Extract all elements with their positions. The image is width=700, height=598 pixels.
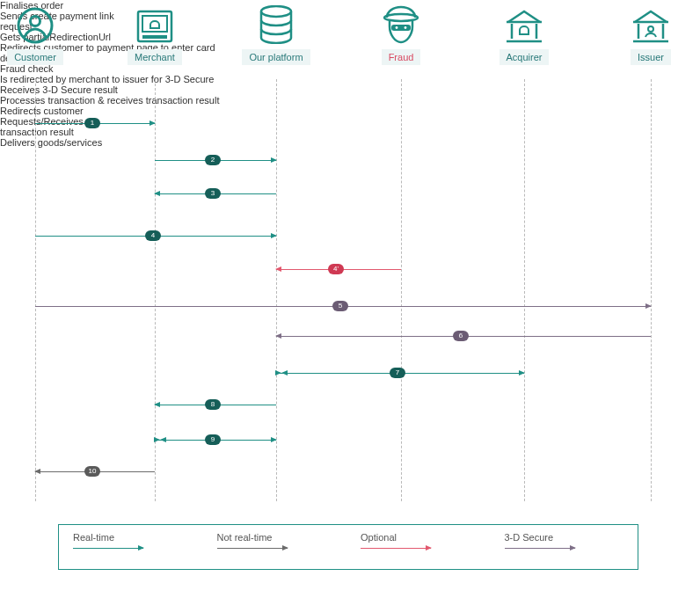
svg-point-6 — [384, 14, 418, 21]
step-number: 3 — [205, 188, 221, 199]
step-label: Processes transaction & receives transac… — [0, 95, 248, 106]
svg-point-18 — [648, 26, 653, 32]
lifeline-customer — [35, 79, 36, 501]
arrow: 10 — [35, 471, 155, 472]
actor-issuer: Issuer — [616, 0, 686, 65]
step-label: Redirects customer — [0, 106, 121, 116]
step-number: 1 — [84, 118, 100, 128]
svg-rect-3 — [142, 16, 167, 32]
arrow — [361, 548, 431, 549]
actor-acquirer: Acquirer — [489, 0, 559, 65]
step-number: 4 — [145, 230, 161, 241]
svg-rect-7 — [391, 25, 411, 31]
arrow: 4 — [35, 236, 276, 237]
arrow — [505, 548, 575, 549]
actor-label: Issuer — [631, 49, 671, 65]
arrow: 8 — [155, 405, 276, 405]
actor-label: Fraud — [382, 49, 421, 65]
legend-label: Real-time — [73, 532, 193, 543]
legend-label: 3-D Secure — [505, 532, 624, 543]
storefront-icon — [120, 0, 190, 44]
arrow — [217, 548, 288, 549]
step-number: 5 — [332, 301, 348, 311]
arrow: 5 — [35, 306, 651, 307]
step-number: 8 — [205, 399, 221, 410]
legend-item: Not real-time — [217, 532, 337, 562]
svg-point-1 — [31, 17, 40, 26]
arrow: 7 — [276, 373, 524, 374]
step-number: 10 — [84, 466, 100, 477]
arrow: 4' — [276, 269, 401, 270]
step-label: Delivers goods/services — [0, 137, 120, 148]
arrow — [73, 548, 143, 549]
step-number: 2 — [205, 155, 221, 165]
legend-item: 3-D Secure — [505, 532, 624, 562]
actor-fraud: Fraud — [366, 0, 436, 65]
step-number: 6 — [453, 331, 469, 341]
svg-point-9 — [405, 26, 407, 29]
lifeline-acquirer — [524, 79, 525, 501]
arrow: 3 — [155, 193, 276, 194]
step-label: Receives 3-D Secure result — [0, 84, 375, 95]
lifeline-fraud — [401, 79, 402, 501]
actor-customer: Customer — [0, 0, 70, 65]
legend-item: Real-time — [73, 532, 193, 562]
step-number: 4' — [328, 264, 344, 274]
lifeline-issuer — [651, 79, 652, 501]
bank-cart-icon — [489, 0, 559, 44]
bank-person-icon — [616, 0, 686, 44]
step-label: Is redirected by merchant to issuer for … — [0, 74, 616, 84]
database-icon — [241, 0, 311, 44]
actor-label: Customer — [7, 49, 63, 65]
legend-label: Optional — [361, 532, 480, 543]
person-circle-icon — [0, 0, 70, 44]
step-label: Requests/Receives transaction result — [0, 116, 121, 137]
actor-label: Merchant — [128, 49, 182, 65]
fraudster-icon — [366, 0, 436, 44]
svg-point-5 — [261, 6, 291, 17]
step-number: 7 — [390, 368, 405, 378]
actor-platform: Our platform — [241, 0, 311, 65]
legend-label: Not real-time — [217, 532, 337, 543]
svg-rect-4 — [142, 35, 167, 39]
sequence-diagram: CustomerMerchantOur platformFraudAcquire… — [0, 0, 700, 598]
actor-label: Our platform — [242, 49, 310, 65]
legend-item: Optional — [361, 532, 480, 562]
arrow: 2 — [155, 160, 276, 161]
legend: Real-timeNot real-timeOptional3-D Secure — [58, 524, 638, 570]
arrow: 9 — [155, 440, 276, 441]
arrow: 6 — [276, 336, 651, 337]
arrow: 1 — [35, 123, 155, 124]
actor-label: Acquirer — [499, 49, 550, 65]
actor-merchant: Merchant — [120, 0, 190, 65]
svg-point-8 — [396, 26, 398, 29]
step-number: 9 — [205, 434, 221, 445]
